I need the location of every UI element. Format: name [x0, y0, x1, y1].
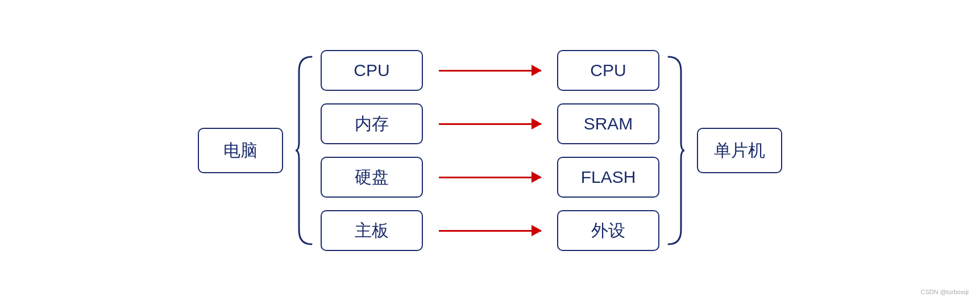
watermark: CSDN @turbosqi: [920, 289, 969, 295]
left-item-label-3: 主板: [355, 219, 389, 243]
right-item-label-3: 外设: [591, 219, 625, 243]
right-item-2: FLASH: [557, 157, 659, 198]
left-item-1: 内存: [321, 103, 423, 144]
right-item-1: SRAM: [557, 103, 659, 144]
arrow-1: [433, 103, 547, 144]
right-item-label-2: FLASH: [581, 168, 636, 187]
left-item-label-1: 内存: [355, 112, 389, 136]
right-item-3: 外设: [557, 210, 659, 251]
dan-pian-ji-box: 单片机: [697, 128, 782, 173]
main-diagram: 电脑 CPU 内存 硬盘 主板: [198, 50, 782, 251]
right-items-group: CPU SRAM FLASH 外设: [557, 50, 659, 251]
right-item-label-0: CPU: [590, 61, 626, 80]
right-item-label-1: SRAM: [584, 114, 633, 133]
arrow-line-1: [439, 123, 541, 125]
right-brace: [665, 54, 686, 247]
arrow-line-2: [439, 177, 541, 178]
arrows-column: [433, 50, 547, 251]
left-item-0: CPU: [321, 50, 423, 91]
arrow-line-0: [439, 70, 541, 72]
arrow-2: [433, 157, 547, 198]
arrow-3: [433, 210, 547, 251]
left-item-2: 硬盘: [321, 157, 423, 198]
left-brace: [294, 54, 315, 247]
arrow-line-3: [439, 230, 541, 232]
dian-nao-label: 电脑: [223, 139, 258, 162]
left-item-label-2: 硬盘: [355, 166, 389, 189]
dan-pian-ji-label: 单片机: [714, 139, 765, 162]
left-item-3: 主板: [321, 210, 423, 251]
dian-nao-box: 电脑: [198, 128, 283, 173]
arrow-0: [433, 50, 547, 91]
right-item-0: CPU: [557, 50, 659, 91]
left-item-label-0: CPU: [354, 61, 389, 80]
left-items-group: CPU 内存 硬盘 主板: [321, 50, 423, 251]
